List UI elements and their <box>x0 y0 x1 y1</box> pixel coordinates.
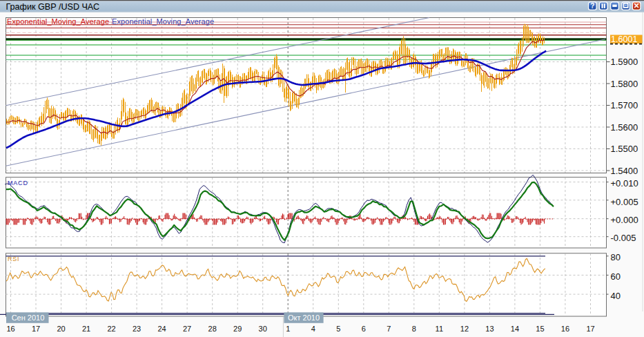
svg-text:4: 4 <box>311 325 315 333</box>
svg-text:21: 21 <box>82 325 90 333</box>
svg-text:1.5500: 1.5500 <box>611 144 638 154</box>
svg-text:Окт 2010: Окт 2010 <box>288 314 320 322</box>
svg-text:График GBP /USD ЧАС: График GBP /USD ЧАС <box>6 2 100 12</box>
svg-text:20: 20 <box>57 325 65 333</box>
svg-text:60: 60 <box>611 271 621 282</box>
svg-text:28: 28 <box>208 325 217 333</box>
svg-text:+0.010: +0.010 <box>611 178 638 189</box>
svg-text:Exponential_Moving_Average: Exponential_Moving_Average <box>112 17 214 26</box>
svg-text:-0.005: -0.005 <box>611 233 636 243</box>
svg-text:✕: ✕ <box>634 1 640 10</box>
svg-text:11: 11 <box>436 325 443 333</box>
svg-text:14: 14 <box>511 325 519 333</box>
svg-text:29: 29 <box>233 325 242 333</box>
svg-text:?: ? <box>590 2 594 10</box>
svg-text:+0.005: +0.005 <box>611 197 638 207</box>
svg-text:1.5700: 1.5700 <box>611 100 638 110</box>
svg-text:+0.000: +0.000 <box>611 215 638 225</box>
svg-text:Exponential_Moving_Average: Exponential_Moving_Average <box>7 17 109 26</box>
svg-text:1: 1 <box>286 325 290 333</box>
svg-text:17: 17 <box>32 325 40 333</box>
svg-text:15: 15 <box>536 325 544 333</box>
svg-text:22: 22 <box>107 325 115 333</box>
svg-text:80: 80 <box>611 252 621 262</box>
svg-text:16: 16 <box>561 325 569 333</box>
svg-text:13: 13 <box>485 325 494 333</box>
svg-text:17: 17 <box>586 325 594 333</box>
svg-text:7: 7 <box>387 325 391 333</box>
svg-text:Сен 2010: Сен 2010 <box>12 314 45 322</box>
svg-text:1.5400: 1.5400 <box>611 166 638 176</box>
svg-text:12: 12 <box>460 325 469 333</box>
svg-text:8: 8 <box>412 325 416 333</box>
svg-text:30: 30 <box>259 325 267 333</box>
svg-text:23: 23 <box>133 325 141 333</box>
svg-text:5: 5 <box>336 325 340 333</box>
svg-text:24: 24 <box>157 325 166 333</box>
svg-text:MACD: MACD <box>8 180 28 186</box>
svg-text:40: 40 <box>611 291 621 301</box>
svg-text:1.5600: 1.5600 <box>611 122 638 133</box>
svg-text:6: 6 <box>362 325 366 333</box>
svg-text:RSI: RSI <box>8 256 19 262</box>
svg-text:1.5800: 1.5800 <box>611 79 638 89</box>
svg-text:1.6001: 1.6001 <box>611 35 638 44</box>
svg-text:1.5900: 1.5900 <box>611 57 638 67</box>
svg-text:16: 16 <box>6 325 14 333</box>
svg-text:27: 27 <box>183 325 191 333</box>
